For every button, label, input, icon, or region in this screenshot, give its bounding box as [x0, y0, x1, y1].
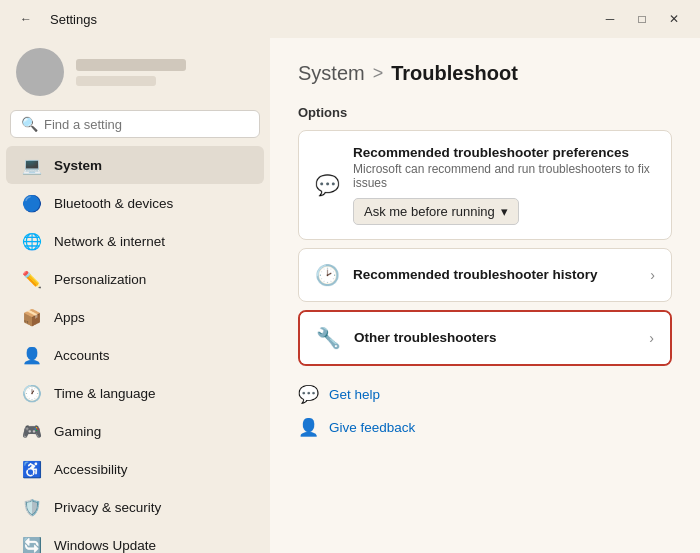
title-bar: ← Settings ─ □ ✕	[0, 0, 700, 38]
other-chevron-icon: ›	[649, 330, 654, 346]
other-troubleshooters-title: Other troubleshooters	[354, 330, 635, 345]
give-feedback-link[interactable]: 👤 Give feedback	[298, 415, 672, 440]
apps-icon: 📦	[22, 307, 42, 327]
personalization-icon: ✏️	[22, 269, 42, 289]
search-box[interactable]: 🔍	[10, 110, 260, 138]
ask-before-running-dropdown[interactable]: Ask me before running ▾	[353, 198, 519, 225]
title-bar-left: ← Settings	[12, 8, 97, 30]
profile-sub-bar	[76, 76, 156, 86]
update-icon: 🔄	[22, 535, 42, 553]
sidebar-item-bluetooth[interactable]: 🔵Bluetooth & devices	[6, 184, 264, 222]
sidebar-item-label-accounts: Accounts	[54, 348, 110, 363]
links-section: 💬 Get help 👤 Give feedback	[298, 382, 672, 440]
sidebar-item-label-network: Network & internet	[54, 234, 165, 249]
give-feedback-icon: 👤	[298, 417, 319, 438]
close-button[interactable]: ✕	[660, 8, 688, 30]
troubleshooter-history-title: Recommended troubleshooter history	[353, 267, 636, 282]
breadcrumb: System > Troubleshoot	[298, 62, 672, 85]
maximize-button[interactable]: □	[628, 8, 656, 30]
sidebar-item-apps[interactable]: 📦Apps	[6, 298, 264, 336]
sidebar-item-system[interactable]: 💻System	[6, 146, 264, 184]
search-icon: 🔍	[21, 116, 38, 132]
troubleshooter-history-row[interactable]: 🕑 Recommended troubleshooter history ›	[299, 249, 671, 301]
recommended-preferences-row[interactable]: 💬 Recommended troubleshooter preferences…	[299, 131, 671, 239]
network-icon: 🌐	[22, 231, 42, 251]
sidebar-item-privacy[interactable]: 🛡️Privacy & security	[6, 488, 264, 526]
sidebar-item-network[interactable]: 🌐Network & internet	[6, 222, 264, 260]
breadcrumb-separator: >	[373, 63, 384, 84]
sidebar-item-accessibility[interactable]: ♿Accessibility	[6, 450, 264, 488]
recommended-preferences-card: 💬 Recommended troubleshooter preferences…	[298, 130, 672, 240]
search-input[interactable]	[44, 117, 249, 132]
app-body: 🔍 💻System🔵Bluetooth & devices🌐Network & …	[0, 38, 700, 553]
get-help-link[interactable]: 💬 Get help	[298, 382, 672, 407]
troubleshooter-history-content: Recommended troubleshooter history	[353, 267, 636, 284]
sidebar-item-label-gaming: Gaming	[54, 424, 101, 439]
window-title: Settings	[50, 12, 97, 27]
history-chevron-icon: ›	[650, 267, 655, 283]
window-controls: ─ □ ✕	[596, 8, 688, 30]
minimize-button[interactable]: ─	[596, 8, 624, 30]
sidebar-item-gaming[interactable]: 🎮Gaming	[6, 412, 264, 450]
troubleshooter-history-card[interactable]: 🕑 Recommended troubleshooter history ›	[298, 248, 672, 302]
profile-name-bar	[76, 59, 186, 71]
bluetooth-icon: 🔵	[22, 193, 42, 213]
recommended-preferences-subtitle: Microsoft can recommend and run troubles…	[353, 162, 655, 190]
sidebar-item-personalization[interactable]: ✏️Personalization	[6, 260, 264, 298]
get-help-icon: 💬	[298, 384, 319, 405]
accounts-icon: 👤	[22, 345, 42, 365]
system-icon: 💻	[22, 155, 42, 175]
main-content: System > Troubleshoot Options 💬 Recommen…	[270, 38, 700, 553]
wrench-icon: 🔧	[316, 326, 340, 350]
recommended-preferences-content: Recommended troubleshooter preferences M…	[353, 145, 655, 225]
history-icon: 🕑	[315, 263, 339, 287]
time-icon: 🕐	[22, 383, 42, 403]
sidebar-item-label-privacy: Privacy & security	[54, 500, 161, 515]
other-troubleshooters-content: Other troubleshooters	[354, 330, 635, 347]
sidebar-item-label-accessibility: Accessibility	[54, 462, 128, 477]
avatar	[16, 48, 64, 96]
sidebar-item-label-personalization: Personalization	[54, 272, 146, 287]
nav-list: 💻System🔵Bluetooth & devices🌐Network & in…	[0, 146, 270, 553]
profile-section	[0, 38, 270, 110]
back-button[interactable]: ←	[12, 8, 40, 30]
section-label: Options	[298, 105, 672, 120]
sidebar-item-label-apps: Apps	[54, 310, 85, 325]
give-feedback-label: Give feedback	[329, 420, 415, 435]
other-troubleshooters-row[interactable]: 🔧 Other troubleshooters ›	[300, 312, 670, 364]
sidebar-item-label-time: Time & language	[54, 386, 156, 401]
sidebar-item-label-update: Windows Update	[54, 538, 156, 553]
dropdown-label: Ask me before running	[364, 204, 495, 219]
recommended-preferences-title: Recommended troubleshooter preferences	[353, 145, 655, 160]
breadcrumb-parent: System	[298, 62, 365, 85]
get-help-label: Get help	[329, 387, 380, 402]
profile-info	[76, 59, 186, 86]
sidebar-item-accounts[interactable]: 👤Accounts	[6, 336, 264, 374]
sidebar-item-label-bluetooth: Bluetooth & devices	[54, 196, 173, 211]
sidebar-item-update[interactable]: 🔄Windows Update	[6, 526, 264, 553]
dropdown-arrow-icon: ▾	[501, 204, 508, 219]
accessibility-icon: ♿	[22, 459, 42, 479]
breadcrumb-current: Troubleshoot	[391, 62, 518, 85]
other-troubleshooters-card[interactable]: 🔧 Other troubleshooters ›	[298, 310, 672, 366]
sidebar: 🔍 💻System🔵Bluetooth & devices🌐Network & …	[0, 38, 270, 553]
sidebar-item-time[interactable]: 🕐Time & language	[6, 374, 264, 412]
privacy-icon: 🛡️	[22, 497, 42, 517]
chat-icon: 💬	[315, 173, 339, 197]
sidebar-item-label-system: System	[54, 158, 102, 173]
gaming-icon: 🎮	[22, 421, 42, 441]
